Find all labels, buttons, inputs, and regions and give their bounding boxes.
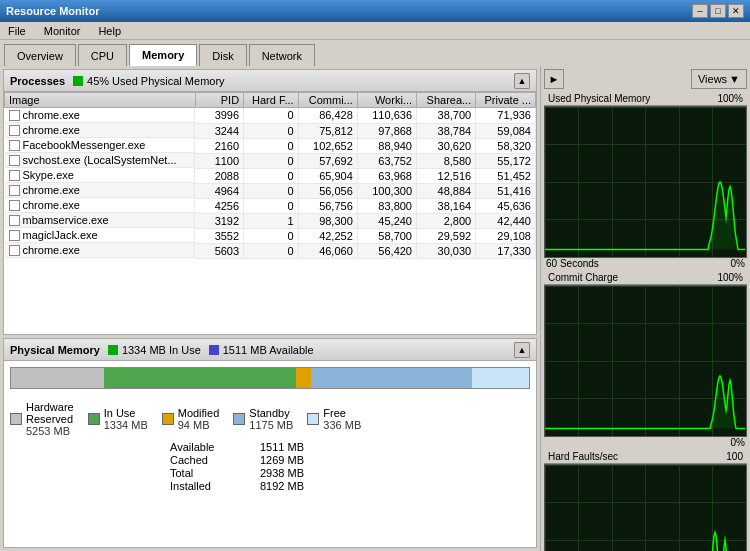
tab-network[interactable]: Network — [249, 44, 315, 66]
col-pid[interactable]: PID — [195, 93, 243, 108]
right-panel: ► Views ▼ Used Physical Memory 100% 60 S… — [540, 66, 750, 551]
row-checkbox[interactable] — [9, 215, 20, 226]
graph-physical-area — [544, 106, 747, 258]
legend-modified-box — [162, 413, 174, 425]
row-checkbox[interactable] — [9, 185, 20, 196]
legend-hardware-value: 5253 MB — [26, 425, 74, 437]
legend-hardware-label: HardwareReserved — [26, 401, 74, 425]
views-dropdown-icon: ▼ — [729, 73, 740, 85]
title-bar: Resource Monitor – □ ✕ — [0, 0, 750, 22]
table-row[interactable]: svchost.exe (LocalSystemNet...1100057,69… — [5, 153, 536, 168]
memory-legend: HardwareReserved 5253 MB In Use 1334 MB … — [4, 395, 536, 439]
table-row[interactable]: chrome.exe5603046,06056,42030,03017,330 — [5, 243, 536, 258]
row-checkbox[interactable] — [9, 140, 20, 151]
legend-free-value: 336 MB — [323, 419, 361, 431]
minimize-button[interactable]: – — [692, 4, 708, 18]
menu-monitor[interactable]: Monitor — [40, 24, 85, 38]
legend-inuse-value: 1334 MB — [104, 419, 148, 431]
stat-installed: Installed 8192 MB — [170, 480, 304, 492]
legend-inuse-label: In Use — [104, 407, 148, 419]
stat-cached: Cached 1269 MB — [170, 454, 304, 466]
processes-section: Processes 45% Used Physical Memory ▲ Ima… — [3, 69, 537, 335]
row-checkbox[interactable] — [9, 200, 20, 211]
physical-available-status: 1511 MB Available — [209, 344, 314, 356]
graph-commit-title: Commit Charge — [548, 272, 618, 283]
graph-physical-max: 100% — [717, 93, 743, 104]
row-checkbox[interactable] — [9, 110, 20, 121]
main-content: Processes 45% Used Physical Memory ▲ Ima… — [0, 66, 750, 551]
stat-total: Total 2938 MB — [170, 467, 304, 479]
graph-physical-min: 0% — [731, 258, 745, 269]
table-row[interactable]: chrome.exe4964056,056100,30048,88451,416 — [5, 183, 536, 198]
graph-commit-min: 0% — [731, 437, 745, 448]
row-checkbox[interactable] — [9, 230, 20, 241]
tab-cpu[interactable]: CPU — [78, 44, 127, 66]
menu-file[interactable]: File — [4, 24, 30, 38]
physical-memory-title: Physical Memory — [10, 344, 100, 356]
table-row[interactable]: chrome.exe4256056,75683,80038,16445,636 — [5, 198, 536, 213]
legend-free-box — [307, 413, 319, 425]
table-row[interactable]: mbamservice.exe3192198,30045,2402,80042,… — [5, 213, 536, 228]
graph-physical-footer: 60 Seconds 0% — [544, 258, 747, 269]
col-commit[interactable]: Commi... — [298, 93, 357, 108]
green-indicator — [73, 76, 83, 86]
physical-collapse-button[interactable]: ▲ — [514, 342, 530, 358]
menu-help[interactable]: Help — [94, 24, 125, 38]
row-checkbox[interactable] — [9, 125, 20, 136]
col-working[interactable]: Worki... — [357, 93, 416, 108]
processes-header-left: Processes 45% Used Physical Memory — [10, 75, 225, 87]
memory-bar — [10, 367, 530, 389]
processes-collapse-button[interactable]: ▲ — [514, 73, 530, 89]
graph-hardfaults: Hard Faults/sec 100 0 — [544, 450, 747, 551]
graph-physical-memory: Used Physical Memory 100% 60 Seconds 0% — [544, 92, 747, 269]
physical-memory-section: Physical Memory 1334 MB In Use 1511 MB A… — [3, 338, 537, 548]
table-row[interactable]: magiclJack.exe3552042,25258,70029,59229,… — [5, 228, 536, 243]
row-checkbox[interactable] — [9, 170, 20, 181]
processes-table-scroll[interactable]: Image PID Hard F... Commi... Worki... Sh… — [4, 92, 536, 334]
legend-inuse-info: In Use 1334 MB — [104, 407, 148, 431]
bar-modified — [296, 368, 312, 388]
close-button[interactable]: ✕ — [728, 4, 744, 18]
table-row[interactable]: Skype.exe2088065,90463,96812,51651,452 — [5, 168, 536, 183]
stat-total-label: Total — [170, 467, 238, 479]
legend-modified-value: 94 MB — [178, 419, 220, 431]
table-row[interactable]: FacebookMessenger.exe21600102,65288,9403… — [5, 138, 536, 153]
col-shareable[interactable]: Sharea... — [417, 93, 476, 108]
tab-memory[interactable]: Memory — [129, 44, 197, 66]
graph-commit-canvas — [545, 286, 746, 436]
processes-title: Processes — [10, 75, 65, 87]
legend-standby-info: Standby 1175 MB — [249, 407, 293, 431]
graph-commit-max: 100% — [717, 272, 743, 283]
menu-bar: File Monitor Help — [0, 22, 750, 40]
bar-standby — [311, 368, 472, 388]
stat-installed-value: 8192 MB — [244, 480, 304, 492]
views-button[interactable]: Views ▼ — [691, 69, 747, 89]
processes-header: Processes 45% Used Physical Memory ▲ — [4, 70, 536, 92]
bar-inuse — [104, 368, 296, 388]
stat-cached-label: Cached — [170, 454, 238, 466]
graph-physical-seconds: 60 Seconds — [546, 258, 599, 269]
col-hardfaults[interactable]: Hard F... — [244, 93, 298, 108]
tab-overview[interactable]: Overview — [4, 44, 76, 66]
table-row[interactable]: chrome.exe3244075,81297,86838,78459,084 — [5, 123, 536, 138]
graph-commit: Commit Charge 100% 0% — [544, 271, 747, 448]
legend-modified-label: Modified — [178, 407, 220, 419]
physical-inuse-status: 1334 MB In Use — [108, 344, 201, 356]
table-row[interactable]: chrome.exe3996086,428110,63638,70071,936 — [5, 108, 536, 124]
available-indicator — [209, 345, 219, 355]
processes-status-text: 45% Used Physical Memory — [87, 75, 225, 87]
tab-disk[interactable]: Disk — [199, 44, 246, 66]
inuse-text: 1334 MB In Use — [122, 344, 201, 356]
row-checkbox[interactable] — [9, 245, 20, 256]
col-image[interactable]: Image — [5, 93, 196, 108]
window-title: Resource Monitor — [6, 5, 100, 17]
maximize-button[interactable]: □ — [710, 4, 726, 18]
graph-hardfaults-area — [544, 464, 747, 551]
col-private[interactable]: Private ... — [476, 93, 536, 108]
right-nav-button[interactable]: ► — [544, 69, 564, 89]
row-checkbox[interactable] — [9, 155, 20, 166]
processes-table: Image PID Hard F... Commi... Worki... Sh… — [4, 92, 536, 259]
legend-free: Free 336 MB — [307, 401, 361, 437]
graph-physical-title: Used Physical Memory — [548, 93, 650, 104]
legend-modified-info: Modified 94 MB — [178, 407, 220, 431]
